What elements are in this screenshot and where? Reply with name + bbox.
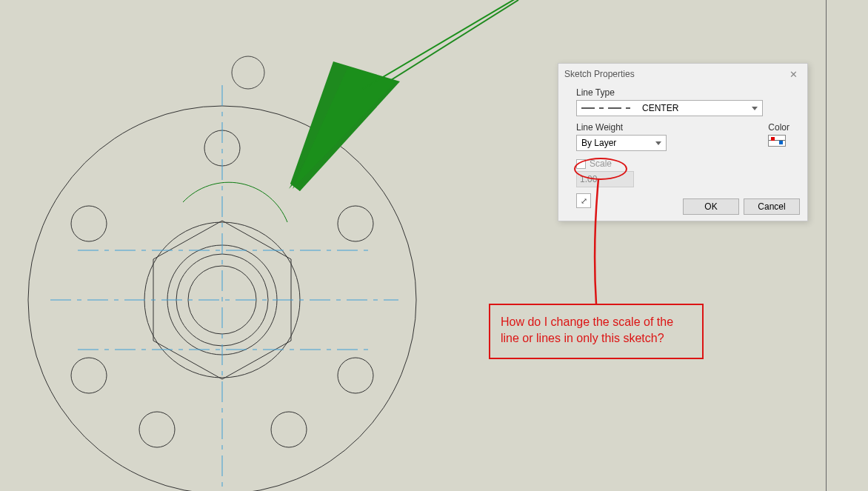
svg-point-4: [71, 206, 107, 241]
svg-point-6: [271, 412, 307, 447]
svg-point-8: [232, 56, 264, 89]
line-weight-dropdown[interactable]: By Layer: [576, 135, 667, 151]
svg-point-5: [71, 358, 107, 393]
dialog-titlebar[interactable]: Sketch Properties ✕: [558, 64, 807, 84]
close-icon[interactable]: ✕: [785, 66, 801, 82]
ok-button[interactable]: OK: [683, 198, 739, 215]
stretch-toggle[interactable]: ⤢: [576, 193, 591, 208]
line-type-dropdown[interactable]: CENTER: [576, 100, 763, 116]
line-type-label: Line Type: [576, 87, 789, 98]
color-picker-icon[interactable]: [768, 135, 786, 147]
annotation-text: How do I change the scale of the line or…: [501, 314, 692, 346]
dialog-title: Sketch Properties: [564, 69, 635, 79]
stretch-icon: ⤢: [581, 196, 587, 206]
drawing-canvas[interactable]: How do I change the scale of the line or…: [0, 0, 868, 491]
chevron-down-icon: [752, 107, 758, 110]
viewport-divider: [826, 0, 827, 491]
svg-point-2: [338, 206, 373, 241]
line-type-value: CENTER: [642, 103, 678, 113]
cancel-button[interactable]: Cancel: [744, 198, 800, 215]
svg-point-7: [139, 412, 175, 447]
line-weight-label: Line Weight: [576, 122, 667, 133]
annotation-callout: How do I change the scale of the line or…: [489, 304, 704, 359]
line-weight-value: By Layer: [581, 138, 616, 148]
center-line-preview-icon: [581, 104, 633, 112]
sketch-properties-dialog: Sketch Properties ✕ Line Type CENTER: [558, 63, 808, 221]
scale-highlight-ellipse: [574, 158, 627, 180]
chevron-down-icon: [655, 141, 661, 145]
svg-point-3: [338, 358, 373, 393]
color-label: Color: [768, 122, 789, 133]
